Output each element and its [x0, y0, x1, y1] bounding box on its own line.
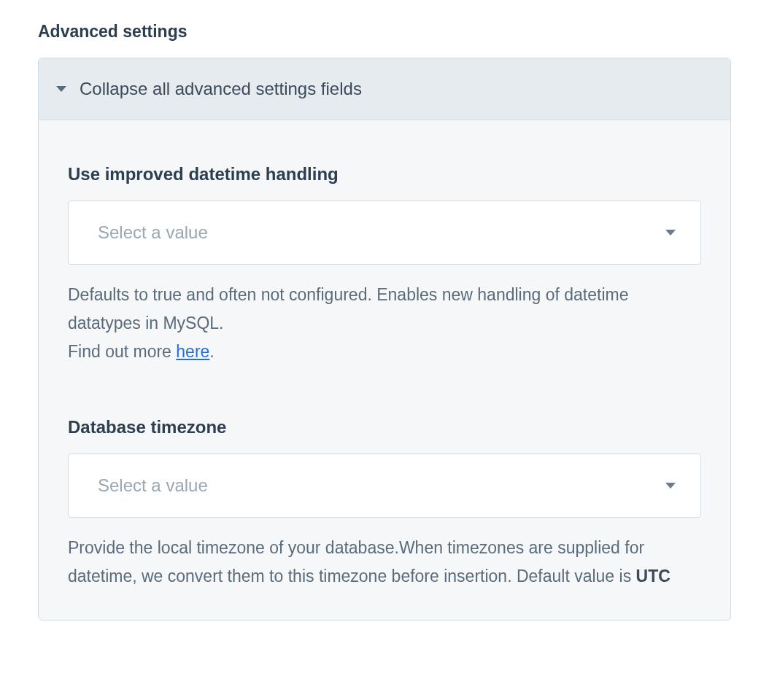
select-placeholder: Select a value [98, 222, 208, 243]
find-out-more-link[interactable]: here [176, 342, 209, 361]
panel-body: Use improved datetime handling Select a … [39, 120, 730, 620]
chevron-down-icon [56, 86, 66, 92]
field-help-text: Provide the local timezone of your datab… [68, 534, 701, 591]
field-label: Use improved datetime handling [68, 164, 701, 184]
help-text-bold: UTC [636, 567, 671, 586]
advanced-settings-panel: Collapse all advanced settings fields Us… [38, 58, 731, 621]
select-placeholder: Select a value [98, 475, 208, 496]
collapse-all-toggle[interactable]: Collapse all advanced settings fields [39, 58, 730, 120]
caret-down-icon [665, 230, 676, 236]
field-datetime-handling: Use improved datetime handling Select a … [68, 164, 701, 366]
collapse-label: Collapse all advanced settings fields [80, 79, 362, 99]
datetime-handling-select[interactable]: Select a value [68, 201, 701, 265]
field-help-text: Defaults to true and often not configure… [68, 281, 701, 366]
help-text-body: Provide the local timezone of your datab… [68, 538, 644, 586]
help-text-prefix: Find out more [68, 342, 176, 361]
section-title: Advanced settings [38, 22, 731, 42]
field-database-timezone: Database timezone Select a value Provide… [68, 417, 701, 591]
field-label: Database timezone [68, 417, 701, 438]
database-timezone-select[interactable]: Select a value [68, 454, 701, 518]
help-text-line1: Defaults to true and often not configure… [68, 285, 628, 332]
caret-down-icon [665, 483, 676, 489]
help-text-suffix: . [209, 342, 214, 361]
